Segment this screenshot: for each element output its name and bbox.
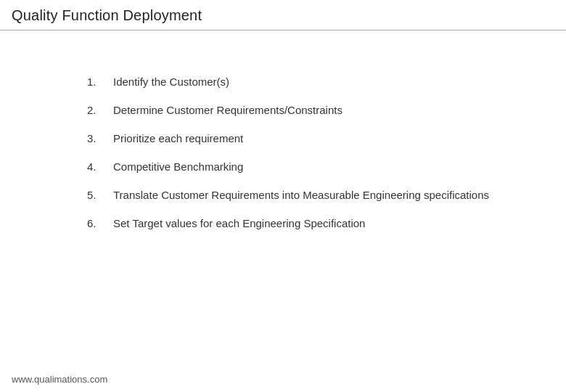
list-item-text: Set Target values for each Engineering S…	[113, 216, 508, 231]
list-item-number: 3.	[87, 131, 113, 146]
main-content: 1.Identify the Customer(s)2.Determine Cu…	[0, 30, 566, 273]
footer-link[interactable]: www.qualimations.com	[12, 374, 107, 385]
list-item: 4.Competitive Benchmarking	[87, 159, 508, 174]
list-item: 5.Translate Customer Requirements into M…	[87, 187, 508, 203]
header: Quality Function Deployment	[0, 0, 566, 30]
list-item: 6.Set Target values for each Engineering…	[87, 216, 508, 231]
list-item-text: Identify the Customer(s)	[113, 74, 508, 89]
list-item-text: Translate Customer Requirements into Mea…	[113, 187, 508, 203]
page-title: Quality Function Deployment	[12, 7, 202, 23]
list-item: 2.Determine Customer Requirements/Constr…	[87, 102, 508, 118]
list-item-text: Prioritize each requirement	[113, 131, 508, 146]
list-item: 3.Prioritize each requirement	[87, 131, 508, 146]
list-item-text: Determine Customer Requirements/Constrai…	[113, 102, 508, 118]
list-item-number: 5.	[87, 187, 113, 203]
numbered-list: 1.Identify the Customer(s)2.Determine Cu…	[87, 74, 508, 231]
list-item: 1.Identify the Customer(s)	[87, 74, 508, 89]
list-item-number: 4.	[87, 159, 113, 174]
list-item-text: Competitive Benchmarking	[113, 159, 508, 174]
list-item-number: 6.	[87, 216, 113, 231]
list-item-number: 1.	[87, 74, 113, 89]
footer: www.qualimations.com	[12, 372, 107, 385]
list-item-number: 2.	[87, 102, 113, 118]
page-container: Quality Function Deployment 1.Identify t…	[0, 0, 566, 392]
